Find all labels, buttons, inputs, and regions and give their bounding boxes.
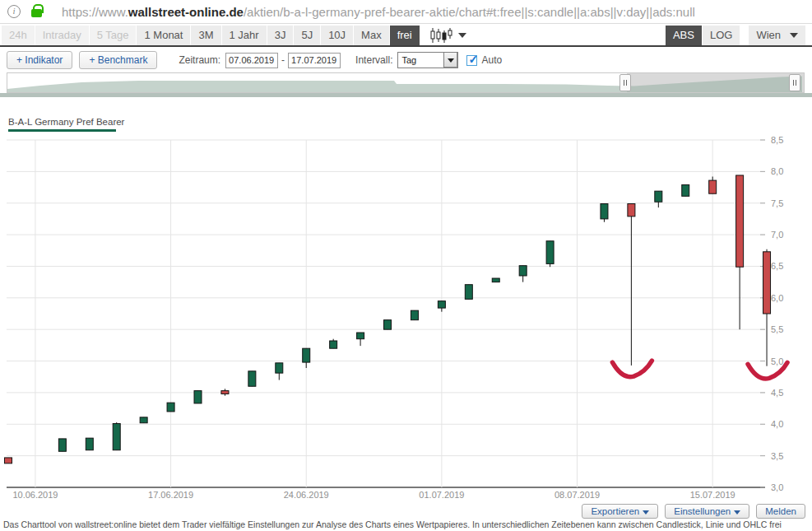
range-button-group: 24hIntraday5 Tage1 Monat3M1 Jahr3J5J10JM… — [2, 26, 420, 45]
y-axis-label: 6,5 — [771, 261, 783, 271]
range-button-1-jahr[interactable]: 1 Jahr — [222, 26, 267, 45]
url-scheme: https://www. — [62, 5, 128, 19]
exchange-dropdown[interactable]: Wien — [749, 26, 805, 45]
candle-body — [384, 320, 392, 330]
candle-body — [303, 348, 310, 362]
date-separator: - — [281, 54, 285, 66]
range-button-10j[interactable]: 10J — [321, 26, 353, 45]
chevron-down-icon — [458, 33, 466, 38]
candle-body — [628, 203, 635, 216]
candle-body — [519, 266, 527, 276]
x-axis-label: 10.06.2019 — [12, 490, 58, 500]
settings-dropdown-button[interactable]: Einstellungen — [665, 504, 749, 519]
select-arrow-button[interactable] — [443, 53, 457, 68]
range-button-24h: 24h — [2, 26, 35, 45]
candle-body — [167, 403, 174, 412]
y-axis-label: 6,0 — [771, 293, 783, 303]
interval-value: Tag — [398, 55, 443, 65]
candle-body — [248, 371, 256, 386]
interval-select[interactable]: Tag — [397, 52, 458, 68]
range-button-1-monat[interactable]: 1 Monat — [137, 26, 190, 45]
url-text[interactable]: https://www.wallstreet-online.de/aktien/… — [62, 5, 695, 19]
candle-body — [492, 278, 499, 282]
candle-body — [276, 363, 283, 373]
y-axis-label: 5,5 — [771, 324, 783, 334]
browser-address-bar[interactable]: i https://www.wallstreet-online.de/aktie… — [0, 0, 812, 24]
candle-body — [438, 301, 445, 308]
candle-body — [546, 241, 554, 264]
add-indicator-button[interactable]: + Indikator — [7, 51, 72, 69]
intervall-label: Intervall: — [355, 54, 392, 66]
page: i https://www.wallstreet-online.de/aktie… — [0, 0, 812, 531]
chart-navigator[interactable] — [7, 72, 805, 93]
url-path: /aktien/b-a-l-germany-pref-bearer-aktie/… — [244, 5, 695, 19]
chevron-down-icon — [643, 510, 649, 515]
auto-checkbox[interactable] — [466, 55, 477, 66]
x-axis-label: 01.07.2019 — [419, 490, 464, 500]
date-from-input[interactable] — [225, 53, 278, 68]
y-axis-label: 4,5 — [771, 388, 783, 398]
y-axis-label: 8,5 — [771, 135, 783, 145]
candle-body — [113, 424, 120, 450]
red-swoosh-annotation — [612, 361, 652, 377]
range-button-frei[interactable]: frei — [390, 26, 420, 45]
navigator-right-handle[interactable] — [789, 74, 800, 91]
y-axis-label: 7,0 — [771, 230, 783, 240]
x-axis-label: 17.06.2019 — [148, 490, 193, 500]
chart-type-dropdown[interactable] — [429, 26, 466, 45]
x-axis-label: 15.07.2019 — [690, 490, 735, 500]
candle-body — [357, 333, 364, 339]
scale-abs-button[interactable]: ABS — [666, 26, 702, 45]
chevron-down-icon — [790, 33, 798, 38]
candle-body — [601, 203, 608, 218]
navigator-left-handle[interactable] — [619, 74, 631, 91]
candle-body — [58, 439, 66, 451]
grip-icon — [793, 80, 796, 86]
candle-body — [5, 458, 12, 463]
chevron-down-icon — [734, 510, 740, 515]
chart-toolbar: 24hIntraday5 Tage1 Monat3M1 Jahr3J5J10JM… — [0, 26, 812, 47]
date-to-input[interactable] — [288, 53, 341, 68]
candle-body — [655, 191, 662, 202]
candle-body — [221, 391, 229, 394]
chart-description-text: Das Charttool von wallstreet:online biet… — [3, 519, 812, 529]
add-benchmark-button[interactable]: + Benchmark — [79, 51, 157, 69]
candle-body — [763, 252, 771, 314]
navigator-area-chart — [7, 73, 804, 92]
chart-controls: + Indikator + Benchmark Zeitraum: - Inte… — [0, 49, 812, 71]
candlestick-type-icon — [429, 27, 454, 44]
range-button-intraday: Intraday — [35, 26, 89, 45]
exchange-label: Wien — [756, 26, 781, 45]
navigator-bottom-strip — [0, 93, 812, 97]
y-axis-label: 3,0 — [771, 482, 783, 492]
candlestick-chart[interactable]: 8,58,07,57,06,56,05,55,04,54,03,53,010.0… — [0, 107, 812, 504]
x-axis-label: 24.06.2019 — [284, 490, 329, 500]
candle-body — [330, 341, 337, 348]
secure-lock-icon[interactable] — [31, 9, 42, 17]
candle-body — [682, 184, 689, 196]
x-axis-label: 08.07.2019 — [554, 490, 600, 500]
scale-group: ABS LOG Wien — [666, 26, 805, 45]
y-axis-label: 5,0 — [771, 356, 783, 366]
scale-log-button[interactable]: LOG — [703, 26, 740, 45]
candle-body — [194, 391, 202, 403]
range-button-3m[interactable]: 3M — [191, 26, 220, 45]
range-button-5j[interactable]: 5J — [294, 26, 320, 45]
url-domain: wallstreet-online.de — [128, 5, 244, 19]
auto-label: Auto — [481, 54, 502, 66]
export-dropdown-button[interactable]: Exportieren — [582, 504, 658, 519]
report-button[interactable]: Melden — [756, 504, 805, 519]
footer-buttons: Exportieren Einstellungen Melden — [582, 504, 805, 519]
candle-body — [86, 438, 93, 450]
y-axis-label: 3,5 — [771, 451, 783, 461]
range-button-3j[interactable]: 3J — [267, 26, 294, 45]
range-button-max[interactable]: Max — [354, 26, 389, 45]
y-axis-label: 4,0 — [771, 419, 783, 429]
candle-body — [709, 180, 717, 193]
page-info-icon[interactable]: i — [7, 5, 21, 18]
chevron-down-icon — [448, 58, 454, 63]
range-button-5-tage: 5 Tage — [90, 26, 137, 45]
zeitraum-label: Zeitraum: — [179, 54, 220, 66]
candle-body — [411, 310, 418, 320]
y-axis-label: 8,0 — [771, 166, 783, 176]
